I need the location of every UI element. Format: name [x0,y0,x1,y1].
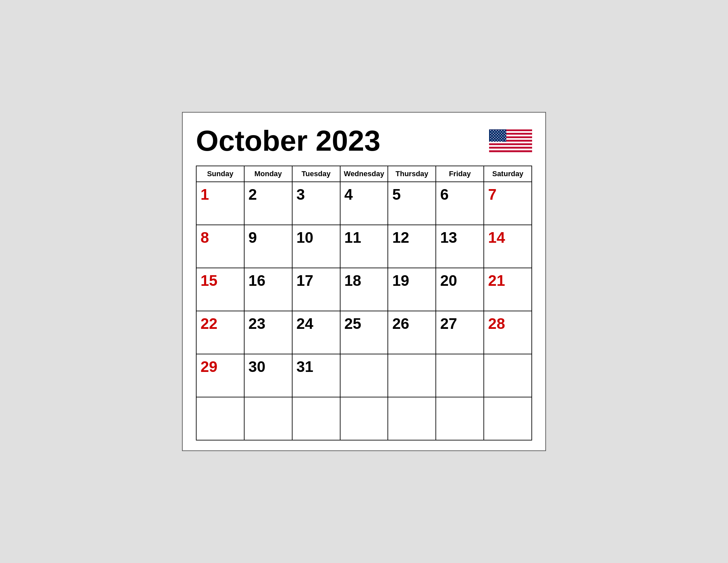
col-saturday: Saturday [484,166,532,182]
calendar-day: 10 [292,225,340,268]
svg-point-14 [490,130,491,131]
svg-point-61 [505,140,506,141]
svg-point-24 [502,131,503,132]
col-sunday: Sunday [196,166,244,182]
svg-point-35 [500,134,501,135]
col-tuesday: Tuesday [292,166,340,182]
calendar-week-4: 22232425262728 [196,311,532,354]
calendar-day: 21 [484,268,532,311]
calendar-day [388,354,436,397]
calendar-page: October 2023 [182,112,546,451]
svg-rect-11 [489,149,532,150]
svg-point-28 [496,133,497,134]
calendar-day: 12 [388,225,436,268]
svg-rect-7 [489,142,532,143]
calendar-day: 26 [388,311,436,354]
calendar-day [436,397,484,440]
svg-point-29 [498,133,499,134]
svg-point-31 [504,133,505,134]
svg-point-19 [504,130,505,131]
svg-point-58 [497,140,498,141]
calendar-week-6 [196,397,532,440]
svg-point-62 [490,141,491,142]
calendar-day: 17 [292,268,340,311]
calendar-day: 5 [388,182,436,225]
calendar-header: October 2023 [196,126,532,156]
calendar-day: 1 [196,182,244,225]
calendar-day [196,397,244,440]
svg-point-47 [500,137,501,138]
month-title: October 2023 [196,126,381,155]
svg-point-59 [500,140,501,141]
svg-point-64 [496,141,497,142]
svg-point-40 [496,135,497,136]
calendar-day: 6 [436,182,484,225]
calendar-day: 27 [436,311,484,354]
svg-point-48 [502,137,503,138]
col-thursday: Thursday [388,166,436,182]
col-wednesday: Wednesday [340,166,388,182]
svg-point-66 [501,141,502,142]
calendar-day [244,397,292,440]
calendar-day [484,397,532,440]
calendar-day: 23 [244,311,292,354]
svg-point-60 [502,140,503,141]
svg-point-54 [501,138,502,139]
svg-point-17 [498,130,499,131]
calendar-day [436,354,484,397]
svg-point-41 [498,135,499,136]
calendar-day: 31 [292,354,340,397]
calendar-day: 18 [340,268,388,311]
svg-point-33 [494,134,495,135]
calendar-day [292,397,340,440]
svg-point-21 [494,131,495,132]
calendar-day: 25 [340,311,388,354]
svg-point-53 [498,138,499,139]
svg-point-22 [497,131,498,132]
calendar-day: 24 [292,311,340,354]
calendar-day: 20 [436,268,484,311]
calendar-day [340,397,388,440]
col-monday: Monday [244,166,292,182]
svg-point-27 [493,133,494,134]
calendar-week-2: 891011121314 [196,225,532,268]
calendar-day: 7 [484,182,532,225]
svg-point-43 [504,135,505,136]
svg-point-49 [505,137,506,138]
svg-rect-10 [489,147,532,148]
svg-point-44 [492,137,493,138]
svg-point-51 [493,138,494,139]
svg-point-52 [496,138,497,139]
calendar-day: 19 [388,268,436,311]
us-flag [489,126,532,156]
svg-rect-9 [489,145,532,147]
calendar-day: 2 [244,182,292,225]
svg-point-16 [496,130,497,131]
svg-point-50 [490,138,491,139]
svg-point-46 [497,137,498,138]
svg-point-56 [492,140,493,141]
calendar-day: 22 [196,311,244,354]
svg-point-32 [492,134,493,135]
svg-point-26 [490,133,491,134]
svg-point-63 [493,141,494,142]
calendar-week-3: 15161718192021 [196,268,532,311]
svg-point-42 [501,135,502,136]
svg-point-45 [494,137,495,138]
calendar-day [388,397,436,440]
svg-point-18 [501,130,502,131]
calendar-day: 16 [244,268,292,311]
svg-point-25 [505,131,506,132]
calendar-week-5: 293031 [196,354,532,397]
calendar-header-row: Sunday Monday Tuesday Wednesday Thursday… [196,166,532,182]
col-friday: Friday [436,166,484,182]
svg-point-39 [493,135,494,136]
calendar-day: 28 [484,311,532,354]
svg-point-38 [490,135,491,136]
calendar-day: 3 [292,182,340,225]
svg-point-57 [494,140,495,141]
svg-rect-8 [489,143,532,145]
calendar-day: 4 [340,182,388,225]
calendar-day: 13 [436,225,484,268]
calendar-day [340,354,388,397]
